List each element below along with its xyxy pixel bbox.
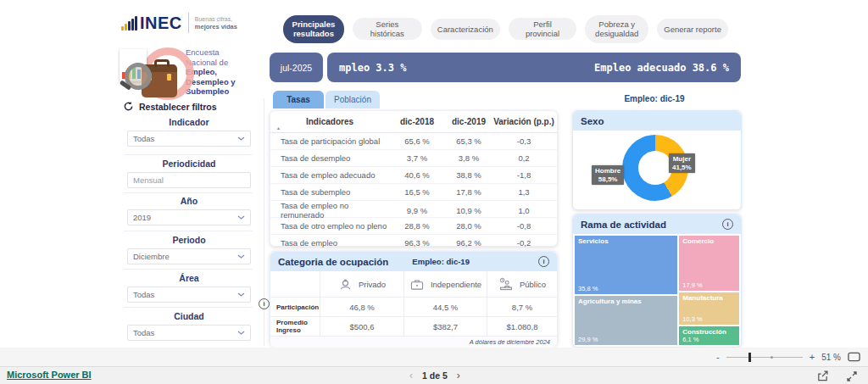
- filter-label: Año: [127, 196, 251, 206]
- tab-principales-resultados[interactable]: Principales resultados: [283, 15, 344, 43]
- filter-label: Periodo: [127, 235, 251, 245]
- reset-filters-button[interactable]: Restablecer filtros: [123, 101, 217, 112]
- tagline-line1: Buenas cifras,: [195, 16, 232, 22]
- info-icon[interactable]: i: [722, 219, 733, 230]
- dropdown-value: Diciembre: [133, 252, 170, 261]
- table-row[interactable]: Tasa de subempleo 16,5 % 17,8 % 1,3: [270, 183, 557, 200]
- zoom-in-button[interactable]: +: [810, 352, 815, 362]
- divider: [124, 154, 253, 155]
- panel-title: Categoria de ocupación: [278, 257, 388, 267]
- powerbi-report-page: INEC Buenas cifras, mejores vidas Encues…: [0, 0, 868, 384]
- zoom-slider[interactable]: [726, 357, 803, 358]
- chevron-down-icon: [237, 136, 245, 141]
- filter-periodicidad: Periodicidad Mensual: [127, 159, 251, 188]
- footnote: A dólares de diciembre 2024: [270, 336, 557, 348]
- tab-perfil-provincial[interactable]: Perfil provincial: [509, 18, 576, 40]
- ticker-marquee: mpleo 3.3 % Empleo adecuado 38.6 %: [327, 53, 741, 82]
- survey-line: Encuesta: [186, 47, 220, 57]
- powerbi-brand-link[interactable]: Microsoft Power BI: [7, 370, 92, 380]
- filter-area: Área Todas: [127, 273, 251, 303]
- zoom-slider-thumb[interactable]: [748, 353, 751, 362]
- sort-ascending-icon[interactable]: ▲: [276, 125, 281, 131]
- periodo-dropdown[interactable]: Diciembre: [127, 248, 251, 264]
- indicators-table: ▲ Indicadores dic-2018 dic-2019 Variació…: [270, 110, 558, 247]
- col-indicadores[interactable]: Indicadores: [270, 117, 389, 126]
- treemap-tile-servicios[interactable]: Servicios 35,8 %: [575, 236, 677, 294]
- fit-to-page-icon[interactable]: [848, 352, 860, 362]
- table-row[interactable]: Tasa de empleo no remunerado 9,9 % 10,9 …: [270, 200, 557, 217]
- donut-label-mujer[interactable]: Mujer 41,5%: [669, 153, 695, 173]
- period-context-label: Empleo: dic-19: [604, 94, 705, 103]
- rama-treemap: Servicios 35,8 % Agricultura y minas 29,…: [575, 236, 739, 345]
- treemap-tile-agricultura[interactable]: Agricultura y minas 29,9 %: [575, 296, 677, 345]
- col-dic-2019[interactable]: dic-2019: [445, 117, 492, 126]
- survey-line: Subempleo: [186, 86, 229, 96]
- promedio-ingreso-row[interactable]: Promedio Ingreso $500,6 $382,7 $1.080,8: [270, 316, 557, 336]
- worker-icon: [338, 277, 353, 291]
- prev-page-icon[interactable]: ‹: [409, 370, 413, 381]
- report-nav-tabs: Principales resultados Series históricas…: [283, 14, 728, 43]
- divider: [188, 13, 189, 33]
- panel-header: Rama de actividad i: [573, 214, 741, 234]
- table-row[interactable]: Tasa de otro empleo no pleno 28,8 % 28,0…: [270, 217, 557, 234]
- survey-illustration-icon: [118, 42, 186, 98]
- tab-generar-reporte[interactable]: Generar reporte: [657, 19, 728, 40]
- chevron-down-icon: [237, 254, 245, 259]
- tab-series-historicas[interactable]: Series históricas: [353, 18, 422, 40]
- filter-label: Ciudad: [127, 311, 251, 321]
- inec-bars-icon: [121, 16, 137, 31]
- chevron-down-icon: [237, 292, 245, 297]
- table-row[interactable]: Tasa de desempleo 3,7 % 3,8 % 0,2: [270, 149, 557, 166]
- filter-indicador: Indicador Todas: [127, 117, 251, 147]
- page-navigation: ‹ 1 de 5 ›: [409, 370, 460, 381]
- treemap-tile-comercio[interactable]: Comercio 17,9 %: [679, 236, 739, 291]
- dropdown-value: 2019: [133, 213, 151, 222]
- panel-header: Sexo: [573, 111, 741, 131]
- table-row[interactable]: Tasa de participación global 65,6 % 65,3…: [270, 133, 557, 149]
- zoom-controls: - + 51 %: [716, 348, 860, 366]
- col-variacion[interactable]: Variación (p.p.): [492, 117, 555, 126]
- panel-title: Rama de actividad: [581, 220, 666, 230]
- area-dropdown[interactable]: Todas: [127, 287, 251, 303]
- filter-label: Indicador: [127, 117, 251, 127]
- tab-tasas[interactable]: Tasas: [273, 91, 324, 109]
- tab-caracterizacion[interactable]: Caracterización: [431, 19, 500, 40]
- ticker-date-badge: jul-2025: [270, 53, 323, 82]
- info-icon[interactable]: i: [259, 298, 270, 309]
- dropdown-value: Todas: [133, 290, 154, 299]
- panel-title: Sexo: [581, 116, 604, 126]
- col-dic-2018[interactable]: dic-2018: [389, 117, 445, 126]
- filter-periodo: Periodo Diciembre: [127, 235, 251, 264]
- table-row[interactable]: Tasa de empleo adecuado 40,6 % 38,8 % -1…: [270, 166, 557, 183]
- ciudad-dropdown[interactable]: Todas: [127, 325, 251, 341]
- powerbi-footer-bar: Microsoft Power BI ‹ 1 de 5 ›: [0, 366, 868, 384]
- chevron-down-icon: [237, 331, 245, 335]
- treemap-tile-construccion[interactable]: Construcción 6,1 %: [679, 326, 739, 345]
- tab-poblacion[interactable]: Población: [326, 91, 380, 109]
- fullscreen-icon[interactable]: [846, 370, 858, 382]
- filter-label: Área: [127, 273, 251, 283]
- share-icon[interactable]: [816, 370, 829, 382]
- table-row[interactable]: Tasa de empleo 96,3 % 96,2 % -0,2: [270, 234, 557, 251]
- table-header-row: ▲ Indicadores dic-2018 dic-2019 Variació…: [270, 111, 557, 133]
- filter-label: Periodicidad: [127, 159, 251, 169]
- periodicidad-input[interactable]: Mensual: [127, 172, 251, 188]
- treemap-tile-manufactura[interactable]: Manufactura 10,3 %: [679, 292, 739, 325]
- reset-filters-label: Restablecer filtros: [139, 102, 217, 112]
- dropdown-value: Todas: [133, 328, 154, 337]
- indicador-dropdown[interactable]: Todas: [127, 131, 251, 147]
- input-value: Mensual: [133, 175, 164, 185]
- info-icon[interactable]: i: [538, 256, 549, 267]
- filter-ciudad: Ciudad Todas: [127, 311, 251, 341]
- zoom-out-button[interactable]: -: [716, 352, 720, 362]
- panel-header: Categoria de ocupación Empleo: dic-19 i: [270, 252, 557, 271]
- categoria-columns-row: Privado Independiente Público: [270, 271, 557, 297]
- next-page-icon[interactable]: ›: [457, 370, 460, 381]
- tab-pobreza-desigualdad[interactable]: Pobreza y desigualdad: [585, 15, 648, 43]
- donut-label-hombre[interactable]: Hombre 58,5%: [592, 165, 624, 185]
- col-publico: Público: [520, 280, 546, 289]
- participacion-row[interactable]: Participación 46,8 % 44,5 % 8,7 %: [270, 297, 557, 316]
- zoom-level: 51 %: [821, 353, 841, 362]
- anio-dropdown[interactable]: 2019: [127, 209, 251, 225]
- brand-name: INEC: [140, 14, 182, 33]
